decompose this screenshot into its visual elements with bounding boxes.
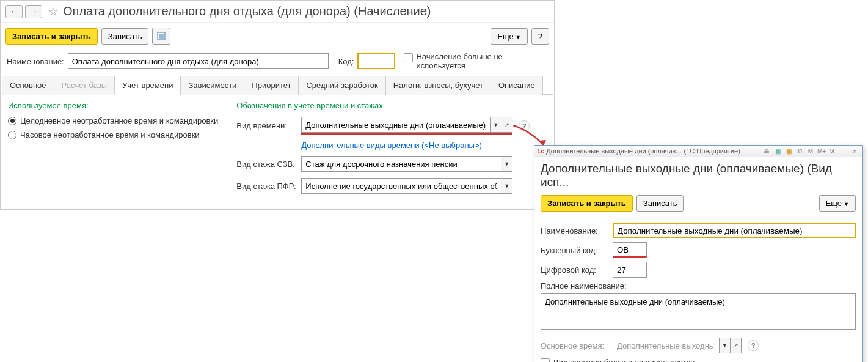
popup-save-button[interactable]: Записать [636,195,684,212]
popup-letter-input[interactable] [613,242,647,258]
time-type-dropdown-button[interactable]: ▼ [491,117,501,133]
popup-base-time-input[interactable] [613,338,720,353]
not-used-row: Начисление больше не используется [404,52,508,70]
extra-types-link[interactable]: Дополнительные виды времени (<Не выбраны… [301,141,482,150]
radio-hourly[interactable] [8,131,16,139]
name-input[interactable] [68,53,329,69]
pfr-dropdown-button[interactable]: ▼ [501,178,512,194]
radio-row-1[interactable]: Целодневное неотработанное время и коман… [8,116,218,125]
name-label: Наименование: [7,57,64,66]
popup-base-time-row: Основное время: ▼ ↗ ? [541,338,856,353]
maximize-icon[interactable]: □ [839,147,848,155]
szv-label: Вид стажа СЗВ: [236,160,297,169]
tab-main[interactable]: Основное [2,76,54,95]
tab-avg-earnings[interactable]: Средний заработок [298,76,385,95]
radio-full-day-label: Целодневное неотработанное время и коман… [20,116,218,125]
popup-toolbar: Записать и закрыть Записать Еще▼ [534,191,862,215]
time-type-label: Вид времени: [236,121,297,130]
popup-full-label: Полное наименование: [541,281,856,290]
calc-icon[interactable]: ▦ [773,147,782,155]
tab-taxes[interactable]: Налоги, взносы, бухучет [385,76,491,95]
m-plus-icon[interactable]: M+ [817,147,826,155]
pfr-select-wrap: ▼ [301,178,512,194]
time-type-row: Вид времени: ▼ ↗ ? [236,117,530,135]
popup-more-button[interactable]: Еще▼ [819,195,856,212]
popup-titlebar-text: Дополнительные выходные дни (оплачив... [546,147,681,155]
popup-digit-label: Цифровой код: [541,265,609,275]
szv-input[interactable] [301,156,501,172]
list-icon [157,32,166,40]
m-icon[interactable]: M [806,147,815,155]
favorite-icon[interactable]: ☆ [48,5,58,18]
window-title: Оплата дополнительного дня отдыха (для д… [63,4,431,18]
not-used-label: Начисление больше не используется [416,52,508,70]
extra-types-row: Дополнительные виды времени (<Не выбраны… [236,141,530,150]
marks-label: Обозначения в учете времени и стажах [236,101,530,110]
tab-priority[interactable]: Приоритет [244,76,299,95]
popup-window: 1c Дополнительные выходные дни (оплачив.… [534,145,863,362]
popup-name-label: Наименование: [541,226,609,235]
popup-base-time-label: Основное время: [541,341,609,350]
radio-hourly-label: Часовое неотработанное время и командиро… [20,130,200,139]
popup-titlebar-app: (1С:Предприятие) [684,147,740,155]
nav-back-button[interactable]: ← [5,5,23,18]
main-toolbar: Записать и закрыть Записать Еще▼ ? [1,23,554,50]
not-used-checkbox[interactable] [404,53,413,62]
titlebar: ← → ☆ Оплата дополнительного дня отдыха … [1,1,554,23]
left-column: Используемое время: Целодневное неотрабо… [8,101,218,197]
main-window: ← → ☆ Оплата дополнительного дня отдыха … [0,0,555,210]
popup-titlebar: 1c Дополнительные выходные дни (оплачив.… [534,146,862,157]
popup-name-input[interactable] [613,223,856,238]
popup-full-textarea[interactable] [541,293,856,330]
code-label: Код: [338,57,354,66]
time-type-open-button[interactable]: ↗ [501,117,512,133]
pfr-label: Вид стажа ПФР: [236,182,297,191]
popup-not-used-row: Вид времени больше не используется [541,357,856,362]
popup-help-icon[interactable]: ? [748,340,759,351]
help-icon[interactable]: ? [519,120,530,131]
popup-letter-label: Буквенный код: [541,246,609,255]
code-input[interactable] [357,53,395,69]
date-icon[interactable]: 31 [795,147,804,155]
popup-digit-input[interactable] [613,262,647,278]
name-row: Наименование: Код: Начисление больше не … [1,50,554,75]
used-time-label: Используемое время: [8,101,218,110]
tabs: Основное Расчет базы Учет времени Зависи… [2,75,553,95]
more-button[interactable]: Еще▼ [491,28,527,45]
help-button[interactable]: ? [531,28,549,45]
popup-header: Дополнительные выходные дни (оплачиваемы… [534,157,862,191]
szv-row: Вид стажа СЗВ: ▼ [236,156,530,172]
szv-dropdown-button[interactable]: ▼ [501,156,512,172]
radio-row-2[interactable]: Часовое неотработанное время и командиро… [8,130,218,139]
close-icon[interactable]: ✕ [850,147,859,155]
list-icon-button[interactable] [152,28,170,45]
tab-description[interactable]: Описание [491,76,543,95]
popup-base-time-dropdown[interactable]: ▼ [720,338,731,353]
popup-digit-row: Цифровой код: [541,262,856,278]
nav-forward-button[interactable]: → [25,5,42,18]
pfr-input[interactable] [301,178,501,194]
popup-save-close-button[interactable]: Записать и закрыть [541,195,633,212]
szv-select-wrap: ▼ [301,156,512,172]
tab-time-tracking[interactable]: Учет времени [114,76,181,95]
pfr-row: Вид стажа ПФР: ▼ [236,178,530,194]
time-type-input[interactable] [301,117,491,133]
popup-titlebar-icons: 🖶 ▦ ▦ 31 M M+ M- □ ✕ [762,147,859,155]
save-close-button[interactable]: Записать и закрыть [5,28,98,45]
popup-base-time-wrap: ▼ ↗ [613,338,742,353]
popup-letter-row: Буквенный код: [541,242,856,258]
right-column: Обозначения в учете времени и стажах Вид… [236,101,530,197]
radio-full-day[interactable] [8,117,16,125]
popup-base-time-open[interactable]: ↗ [731,338,742,353]
popup-name-row: Наименование: [541,223,856,238]
print-icon[interactable]: 🖶 [762,147,771,155]
tab-base-calc[interactable]: Расчет базы [54,76,115,95]
popup-not-used-label: Вид времени больше не используется [553,358,695,362]
m-minus-icon[interactable]: M- [828,147,837,155]
calendar-icon[interactable]: ▦ [784,147,793,155]
time-type-select-wrap: ▼ ↗ [301,117,512,135]
tab-dependencies[interactable]: Зависимости [180,76,244,95]
popup-body: Наименование: Буквенный код: Цифровой ко… [534,215,862,362]
popup-not-used-checkbox[interactable] [541,358,550,362]
save-button[interactable]: Записать [101,28,149,45]
